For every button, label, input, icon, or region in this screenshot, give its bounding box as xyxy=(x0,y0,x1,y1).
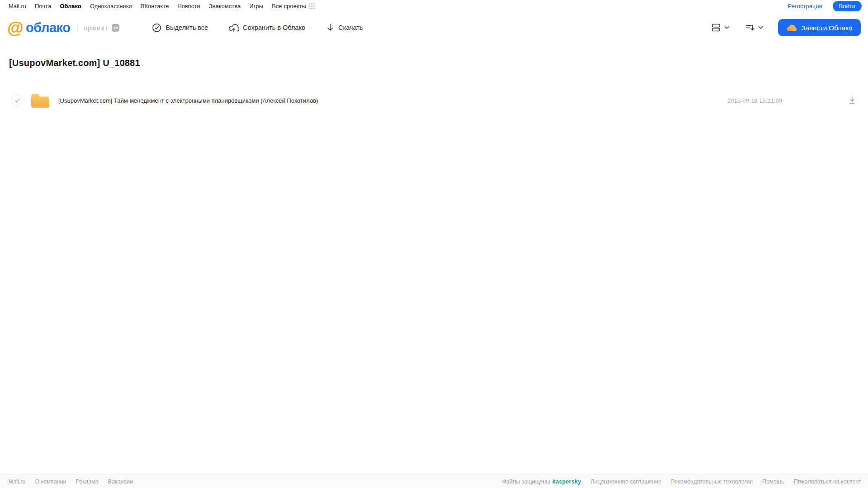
main-content: [UsupovMarket.com] U_10881 xyxy=(0,58,868,111)
vk-logo-icon: VK xyxy=(112,24,119,32)
check-icon xyxy=(14,98,20,103)
chevron-down-icon xyxy=(724,26,730,29)
portal-link-pochta[interactable]: Почта xyxy=(35,3,51,9)
portal-link-all-projects[interactable]: Все проекты xyxy=(272,3,306,9)
portal-link-novosti[interactable]: Новости xyxy=(177,3,200,9)
view-mode-dropdown[interactable] xyxy=(708,20,732,35)
footer-link-mailru[interactable]: Mail.ru xyxy=(9,479,26,485)
sort-icon xyxy=(745,23,755,33)
portal-link-odnoklassniki[interactable]: Одноклассники xyxy=(90,3,132,9)
portal-link-vkontakte[interactable]: ВКонтакте xyxy=(141,3,169,9)
login-button[interactable]: Войти xyxy=(833,1,862,11)
select-all-button[interactable]: Выделить все xyxy=(152,23,208,33)
portal-link-oblako[interactable]: Облако xyxy=(60,3,81,9)
all-projects-menu[interactable]: Все проекты xyxy=(272,3,315,9)
cloud-upload-icon xyxy=(229,23,239,33)
footer-link-help[interactable]: Помощь xyxy=(762,479,784,485)
mailru-at-icon: @ xyxy=(7,19,23,36)
footer-link-rec-tech[interactable]: Рекомендательные технологии xyxy=(671,479,753,485)
footer-link-license[interactable]: Лицензионное соглашение xyxy=(591,479,662,485)
download-button[interactable]: Скачать xyxy=(326,23,363,32)
check-circle-icon xyxy=(152,23,161,33)
file-row[interactable]: [UsupovMarket.com] Тайм-менеджмент с эле… xyxy=(0,90,868,111)
page-title: [UsupovMarket.com] U_10881 xyxy=(9,58,868,68)
footer-link-ads[interactable]: Реклама xyxy=(76,479,98,485)
registration-link[interactable]: Регистрация xyxy=(788,3,822,9)
cloud-icon xyxy=(787,24,797,32)
download-icon xyxy=(848,96,856,104)
footer-link-jobs[interactable]: Вакансии xyxy=(108,479,133,485)
file-date: 2015-09-18 15:21:00 xyxy=(727,97,782,104)
row-download-button[interactable] xyxy=(848,96,856,104)
file-name[interactable]: [UsupovMarket.com] Тайм-менеджмент с эле… xyxy=(58,97,318,104)
divider: | xyxy=(76,24,78,32)
kaspersky-protected: Файлы защищены kaspersky xyxy=(502,479,581,485)
portal-link-znakomstva[interactable]: Знакомства xyxy=(209,3,241,9)
footer-right-links: Файлы защищены kaspersky Лицензионное со… xyxy=(502,479,861,485)
row-checkbox[interactable] xyxy=(11,95,23,106)
cloud-logo[interactable]: @ облако xyxy=(7,19,70,36)
cloud-logo-text: облако xyxy=(26,20,70,35)
folder-icon xyxy=(30,92,49,109)
create-cloud-button[interactable]: Завести Облако xyxy=(778,19,861,36)
cloud-header: @ облако | проект VK Выделить все Сохран… xyxy=(0,12,868,43)
footer-left-links: Mail.ru О компании Реклама Вакансии xyxy=(9,479,133,485)
footer-link-report[interactable]: Пожаловаться на контент xyxy=(794,479,861,485)
chevron-down-icon xyxy=(758,26,764,29)
kaspersky-logo[interactable]: kaspersky xyxy=(552,479,581,485)
portal-link-mailru[interactable]: Mail.ru xyxy=(9,3,26,9)
sort-dropdown[interactable] xyxy=(742,20,766,35)
header-right-controls: Завести Облако xyxy=(708,19,861,36)
portal-navbar: Mail.ru Почта Облако Одноклассники ВКонт… xyxy=(0,0,868,12)
page-footer: Mail.ru О компании Реклама Вакансии Файл… xyxy=(0,474,868,488)
save-to-cloud-button[interactable]: Сохранить в Облако xyxy=(229,23,305,33)
apps-grid-icon xyxy=(309,3,315,9)
vk-project-label: | проект VK xyxy=(76,24,119,32)
file-actions-toolbar: Выделить все Сохранить в Облако Скачать xyxy=(152,23,363,33)
footer-link-company[interactable]: О компании xyxy=(35,479,66,485)
file-list: [UsupovMarket.com] Тайм-менеджмент с эле… xyxy=(0,90,868,111)
portal-link-igry[interactable]: Игры xyxy=(249,3,263,9)
list-view-icon xyxy=(711,23,721,33)
download-arrow-icon xyxy=(326,23,334,32)
